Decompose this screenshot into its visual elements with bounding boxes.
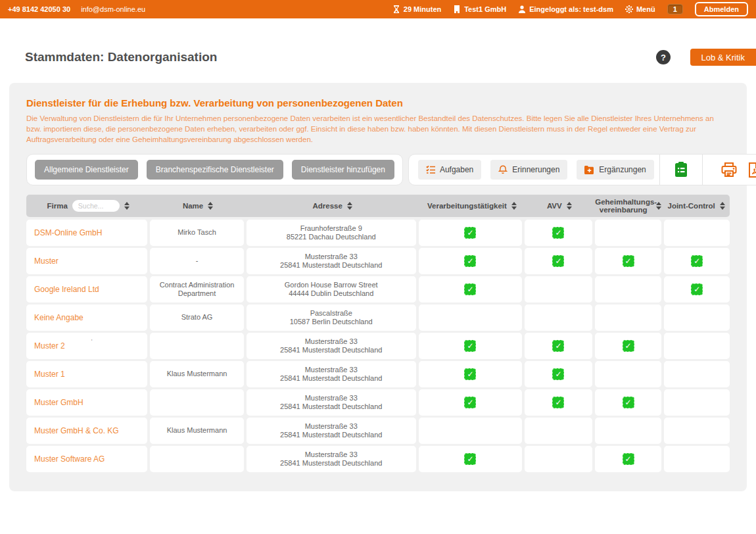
checked-checkbox-icon[interactable]: ✓ xyxy=(623,340,634,352)
help-icon[interactable]: ? xyxy=(656,50,671,64)
avv-cell: ✓ xyxy=(525,389,592,416)
firma-link[interactable]: Muster Software AG xyxy=(34,454,105,464)
feedback-button[interactable]: Lob & Kritik xyxy=(690,49,756,66)
joint-control-cell xyxy=(664,333,730,359)
session-timer: 29 Minuten xyxy=(392,5,441,13)
sort-icon-joint-control[interactable] xyxy=(720,202,725,210)
allgemeine-dienstleister-button[interactable]: Allgemeine Dienstleister xyxy=(35,160,138,180)
checked-checkbox-icon[interactable]: ✓ xyxy=(691,255,703,267)
erinnerungen-button[interactable]: Erinnerungen xyxy=(490,160,567,180)
address-cell: Musterstraße 3325841 Musterstadt Deutsch… xyxy=(247,418,416,444)
firma-search-input[interactable] xyxy=(72,200,120,212)
user-icon xyxy=(518,5,526,13)
providers-table: Firma Name Adresse Verarbeitungstätigkei… xyxy=(26,195,730,472)
name-cell: Strato AG xyxy=(150,304,243,331)
checked-checkbox-icon[interactable]: ✓ xyxy=(464,453,476,465)
sort-icon-name[interactable] xyxy=(208,202,213,210)
joint-control-cell xyxy=(664,446,730,472)
name-cell xyxy=(150,446,243,472)
clipboard-icon xyxy=(674,162,688,178)
sort-icon-verarbeitungstaetigkeit[interactable] xyxy=(511,202,517,210)
toolbar-secondary-group: Aufgaben Erinnerungen Ergänzungen xyxy=(408,154,756,185)
name-cell: Mirko Tasch xyxy=(150,220,243,246)
hourglass-icon xyxy=(392,5,400,13)
table-row: Muster Software AGMusterstraße 3325841 M… xyxy=(26,446,730,472)
sort-icon-adresse[interactable] xyxy=(347,202,352,210)
main-panel: Dienstleister für die Erhebung bzw. Vera… xyxy=(9,83,747,491)
joint-control-cell xyxy=(664,220,730,246)
menu-badge[interactable]: 1 xyxy=(667,4,683,14)
firma-link[interactable]: Muster xyxy=(34,256,59,266)
verarbeitungstaetigkeit-cell: ✓ xyxy=(419,389,522,416)
branchenspezifische-dienstleister-button[interactable]: Branchenspezifische Dienstleister xyxy=(147,160,283,180)
checked-checkbox-icon[interactable]: ✓ xyxy=(464,340,476,352)
firma-link[interactable]: Keine Angabe xyxy=(34,313,83,323)
firma-cell: Muster GmbH xyxy=(26,389,147,416)
address-cell: Pascalstraße10587 Berlin Deutschland xyxy=(247,304,416,331)
checked-checkbox-icon[interactable]: ✓ xyxy=(623,255,634,267)
address-cell: Musterstraße 3325841 Musterstadt Deutsch… xyxy=(247,389,416,416)
checked-checkbox-icon[interactable]: ✓ xyxy=(623,397,634,408)
checked-checkbox-icon[interactable]: ✓ xyxy=(464,227,476,239)
name-cell: Klaus Mustermann xyxy=(150,361,243,387)
menu-button[interactable]: Menü xyxy=(625,5,655,13)
checklist-icon xyxy=(426,165,435,174)
address-cell: Gordon House Barrow Street44444 Dublin D… xyxy=(247,276,416,303)
title-row: Stammdaten: Datenorganisation ? Lob & Kr… xyxy=(0,47,756,67)
firma-link[interactable]: Muster GmbH xyxy=(34,398,83,408)
panel-heading: Dienstleister für die Erhebung bzw. Vera… xyxy=(26,97,730,109)
logout-button[interactable]: Abmelden xyxy=(695,2,748,16)
pdf-file-icon[interactable] xyxy=(749,162,756,178)
verarbeitungstaetigkeit-cell xyxy=(419,418,522,444)
checked-checkbox-icon[interactable]: ✓ xyxy=(691,283,703,295)
firma-link[interactable]: Google Ireland Ltd xyxy=(34,285,99,295)
folder-plus-icon xyxy=(584,166,594,174)
ergaenzungen-button[interactable]: Ergänzungen xyxy=(577,160,653,180)
address-cell: Fraunhoferstraße 985221 Dachau Deutschla… xyxy=(247,220,416,246)
avv-cell xyxy=(525,304,592,331)
checked-checkbox-icon[interactable]: ✓ xyxy=(552,368,564,380)
checked-checkbox-icon[interactable]: ✓ xyxy=(552,340,564,352)
clipboard-button[interactable] xyxy=(660,162,702,178)
joint-control-cell xyxy=(664,389,730,416)
sort-icon-geheimhaltungsvereinbarung[interactable] xyxy=(656,202,661,210)
checked-checkbox-icon[interactable]: ✓ xyxy=(552,255,564,267)
topbar-email[interactable]: info@dsm-online.eu xyxy=(81,5,145,13)
geheimhaltungsvereinbarung-cell xyxy=(595,276,662,303)
print-icon[interactable] xyxy=(721,162,737,177)
joint-control-cell xyxy=(664,304,730,331)
table-row: Keine AngabeStrato AGPascalstraße10587 B… xyxy=(26,304,730,331)
checked-checkbox-icon[interactable]: ✓ xyxy=(623,453,634,465)
col-adresse: Adresse xyxy=(246,195,419,217)
firma-link[interactable]: Muster GmbH & Co. KG xyxy=(34,426,119,436)
address-cell: Musterstraße 3325841 Musterstadt Deutsch… xyxy=(247,248,416,274)
geheimhaltungsvereinbarung-cell: ✓ xyxy=(595,248,662,274)
checked-checkbox-icon[interactable]: ✓ xyxy=(552,227,564,239)
checked-checkbox-icon[interactable]: ✓ xyxy=(464,255,476,267)
avv-cell xyxy=(525,418,592,444)
firma-cell: Muster Software AG xyxy=(26,446,147,472)
aufgaben-button[interactable]: Aufgaben xyxy=(418,160,481,180)
checked-checkbox-icon[interactable]: ✓ xyxy=(464,283,476,295)
geheimhaltungsvereinbarung-cell: ✓ xyxy=(595,333,662,359)
checked-checkbox-icon[interactable]: ✓ xyxy=(464,368,476,380)
firma-link[interactable]: Muster 2 xyxy=(34,341,65,351)
building-icon xyxy=(453,5,461,13)
checked-checkbox-icon[interactable]: ✓ xyxy=(552,397,564,408)
avv-cell xyxy=(525,276,592,303)
firma-link[interactable]: DSM-Online GmbH xyxy=(34,228,102,238)
sort-icon-firma[interactable] xyxy=(124,202,130,210)
avv-cell: ✓ xyxy=(525,333,592,359)
avv-cell xyxy=(525,446,592,472)
firma-cell: Muster 2' xyxy=(26,333,147,359)
dienstleister-hinzufuegen-button[interactable]: Dienstleister hinzufügen xyxy=(292,160,394,180)
firma-link[interactable]: Muster 1 xyxy=(34,370,65,379)
address-cell: Musterstraße 3325841 Musterstadt Deutsch… xyxy=(247,361,416,387)
sort-icon-avv[interactable] xyxy=(567,202,572,210)
checked-checkbox-icon[interactable]: ✓ xyxy=(464,397,476,408)
col-avv: AVV xyxy=(525,195,594,217)
col-name: Name xyxy=(150,195,246,217)
login-status: Eingeloggt als: test-dsm xyxy=(518,5,613,13)
address-cell: Musterstraße 3325841 Musterstadt Deutsch… xyxy=(247,446,416,472)
firma-cell: Google Ireland Ltd xyxy=(26,276,147,303)
